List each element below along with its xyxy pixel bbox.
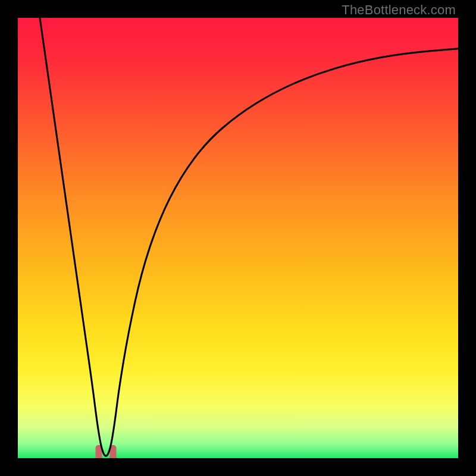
gradient-background <box>18 18 458 458</box>
bottleneck-plot <box>18 18 458 458</box>
watermark-text: TheBottleneck.com <box>342 2 456 18</box>
plot-frame <box>18 18 458 458</box>
